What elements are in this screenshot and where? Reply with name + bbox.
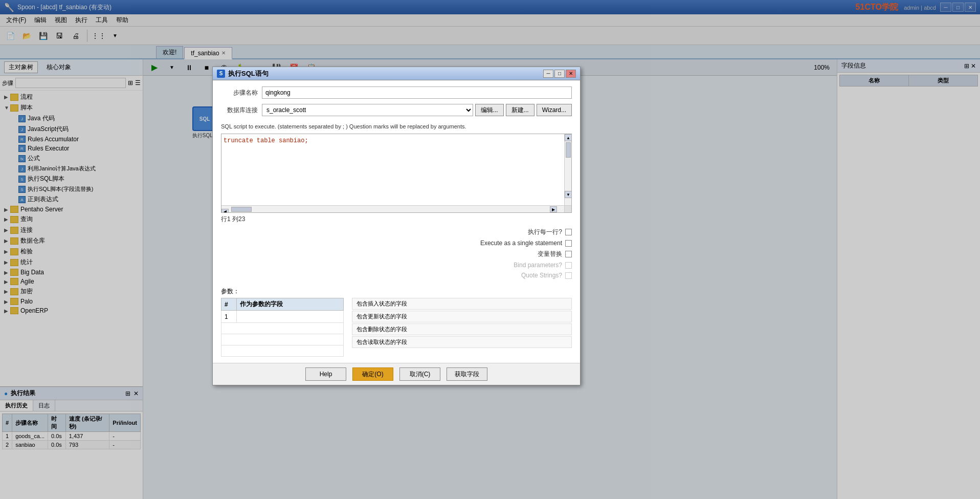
- quote-strings-checkbox: [565, 272, 572, 279]
- var-replace-label: 变量替换: [538, 250, 562, 258]
- params-row-empty-3: [221, 345, 344, 357]
- scroll-right-arrow[interactable]: ▶: [550, 206, 557, 212]
- bind-params-label: Bind parameters?: [514, 262, 562, 269]
- modal-minimize-btn[interactable]: ─: [543, 70, 553, 78]
- exec-each-row-label: 执行每一行?: [528, 228, 562, 236]
- bind-params-checkbox: [565, 262, 572, 269]
- var-replace-option: 变量替换: [221, 250, 572, 258]
- field-update: 包含更新状态的字段: [352, 311, 572, 322]
- var-replace-checkbox[interactable]: [565, 251, 572, 257]
- help-btn[interactable]: Help: [305, 367, 346, 381]
- modal-title: 执行SQL语句: [228, 69, 542, 78]
- modal-execute-sql: S 执行SQL语句 ─ □ ✕ 步骤名称 数据库连接 s_oracle_scot…: [212, 67, 581, 385]
- db-conn-row: 数据库连接 s_oracle_scott 编辑... 新建... Wizard.…: [221, 104, 572, 116]
- sql-scroll-v[interactable]: ▲ ▼: [564, 134, 571, 205]
- params-table: # 作为参数的字段 1: [221, 298, 344, 357]
- db-conn-label: 数据库连接: [221, 106, 262, 115]
- options-section: 执行每一行? Execute as a single statement 变量替…: [221, 226, 572, 284]
- step-name-label: 步骤名称: [221, 89, 262, 97]
- sql-editor-inner[interactable]: truncate table sanbiao;: [221, 134, 571, 147]
- exec-single-option: Execute as a single statement: [221, 240, 572, 247]
- modal-title-bar: S 执行SQL语句 ─ □ ✕: [213, 67, 580, 80]
- params-row-1: 1: [221, 311, 344, 323]
- scroll-up-arrow[interactable]: ▲: [565, 134, 572, 141]
- step-name-input[interactable]: [262, 86, 572, 99]
- field-section: 包含插入状态的字段 包含更新状态的字段 包含删除状态的字段 包含读取状态的字段: [352, 298, 572, 357]
- sql-content[interactable]: truncate table sanbiao;: [224, 137, 308, 144]
- modal-footer: Help 确定(O) 取消(C) 获取字段: [213, 363, 580, 385]
- get-fields-btn[interactable]: 获取字段: [447, 367, 487, 381]
- exec-single-label: Execute as a single statement: [480, 240, 562, 247]
- wizard-db-btn[interactable]: Wizard...: [537, 104, 572, 116]
- sql-description: SQL script to execute. (statements separ…: [221, 121, 572, 132]
- sql-editor-wrapper: truncate table sanbiao; ▲ ▼ ◀ ▶: [221, 134, 572, 213]
- params-label: 参数：: [221, 287, 572, 296]
- exec-single-checkbox[interactable]: [565, 240, 572, 247]
- edit-db-btn[interactable]: 编辑...: [475, 104, 504, 116]
- params-col-num: #: [221, 298, 237, 311]
- quote-strings-label: Quote Strings?: [521, 272, 562, 279]
- cancel-btn[interactable]: 取消(C): [399, 367, 440, 381]
- modal-overlay: S 执行SQL语句 ─ □ ✕ 步骤名称 数据库连接 s_oracle_scot…: [0, 0, 980, 499]
- exec-each-row-option: 执行每一行?: [221, 228, 572, 236]
- ok-btn[interactable]: 确定(O): [352, 367, 393, 381]
- modal-close-btn[interactable]: ✕: [566, 70, 576, 78]
- db-conn-select[interactable]: s_oracle_scott: [262, 104, 473, 116]
- modal-body: 步骤名称 数据库连接 s_oracle_scott 编辑... 新建... Wi…: [213, 80, 580, 363]
- bind-params-option: Bind parameters?: [221, 262, 572, 269]
- new-db-btn[interactable]: 新建...: [506, 104, 534, 116]
- params-section: 参数： # 作为参数的字段: [221, 287, 572, 357]
- exec-each-row-checkbox[interactable]: [565, 229, 572, 235]
- modal-restore-btn[interactable]: □: [554, 70, 565, 78]
- params-table-area: # 作为参数的字段 1: [221, 298, 344, 357]
- scroll-thumb-h[interactable]: [231, 207, 252, 212]
- field-delete: 包含删除状态的字段: [352, 323, 572, 335]
- field-read: 包含读取状态的字段: [352, 336, 572, 348]
- status-row: 行1 列23: [221, 213, 572, 226]
- scroll-down-arrow[interactable]: ▼: [565, 191, 572, 198]
- sql-scroll-h[interactable]: ◀ ▶: [221, 205, 564, 212]
- params-cell-num-1: 1: [221, 311, 237, 323]
- params-cell-field-1[interactable]: [237, 311, 344, 323]
- params-row-empty-2: [221, 334, 344, 345]
- scroll-thumb-v[interactable]: [566, 142, 571, 158]
- quote-strings-option: Quote Strings?: [221, 272, 572, 279]
- field-insert: 包含插入状态的字段: [352, 298, 572, 310]
- scroll-left-arrow[interactable]: ◀: [221, 209, 229, 213]
- params-row-empty-1: [221, 323, 344, 334]
- scroll-corner: [564, 205, 571, 212]
- params-col-field: 作为参数的字段: [237, 298, 344, 311]
- params-layout: # 作为参数的字段 1: [221, 298, 572, 357]
- step-name-row: 步骤名称: [221, 86, 572, 99]
- modal-icon: S: [217, 70, 225, 78]
